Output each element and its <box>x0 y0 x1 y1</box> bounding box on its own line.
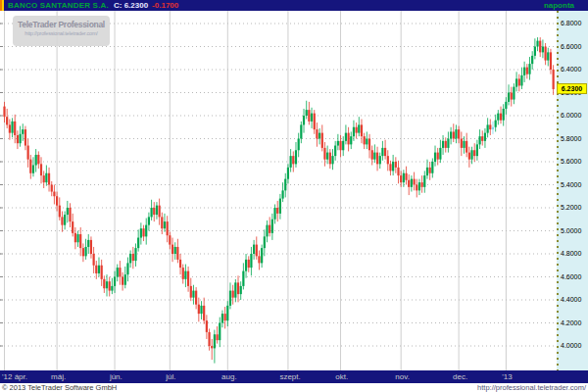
candle-body <box>159 206 161 218</box>
candle-body <box>240 286 242 294</box>
candle-body <box>437 153 439 160</box>
candle-body <box>478 136 480 144</box>
candle-body <box>273 208 275 220</box>
candle-body <box>311 114 313 122</box>
candle-body <box>550 52 552 70</box>
candle-body <box>515 78 517 86</box>
candle-body <box>511 93 513 100</box>
candle-body <box>206 320 208 332</box>
candle-body <box>161 217 163 228</box>
candle-body <box>61 217 63 224</box>
time-axis-label: dec. <box>453 372 467 381</box>
interval-label[interactable]: naponta <box>544 1 574 10</box>
candle-body <box>489 124 491 129</box>
candle-body <box>431 162 433 173</box>
candle-body <box>32 166 34 173</box>
footer-url[interactable]: http://professional.teletrader.com/ <box>477 383 586 392</box>
candle-body <box>298 139 300 151</box>
candle-body <box>505 102 507 109</box>
chart-plot-area[interactable]: TeleTrader Professional http://professio… <box>0 11 557 370</box>
candle-body <box>111 286 113 291</box>
candle-body <box>400 175 402 182</box>
candle-body <box>198 305 200 314</box>
candle-body <box>237 282 239 294</box>
candle-body <box>98 266 100 273</box>
candle-body <box>195 291 197 305</box>
time-axis[interactable]: '12 ápr.máj.jún.júl.aug.szept.okt.nov.de… <box>0 370 588 383</box>
candle-body <box>447 139 449 148</box>
candle-body <box>51 185 53 192</box>
candle-body <box>150 208 152 217</box>
candle-body <box>164 221 166 228</box>
candle-body <box>361 124 363 136</box>
candle-body <box>303 116 305 124</box>
candle-body <box>381 148 383 156</box>
candle-body <box>353 127 355 136</box>
candle-body <box>356 127 358 133</box>
candle-body <box>242 271 244 286</box>
candle-body <box>266 225 268 237</box>
candle-body <box>497 114 499 121</box>
candle-body <box>429 168 431 173</box>
candle-body <box>95 266 97 273</box>
candle-body <box>40 164 42 175</box>
candle-body <box>492 127 494 129</box>
candle-body <box>53 192 55 197</box>
candle-body <box>520 75 522 86</box>
candle-body <box>316 129 318 138</box>
candle-body <box>473 150 475 156</box>
candle-body <box>176 247 178 260</box>
candle-body <box>129 254 131 263</box>
candle-body <box>24 129 26 145</box>
candle-body <box>413 179 415 185</box>
candle-body <box>416 185 417 191</box>
candle-body <box>503 109 505 121</box>
candle-body <box>90 240 92 254</box>
candle-body <box>476 144 478 156</box>
candlestick-chart[interactable] <box>0 11 557 370</box>
candle-body <box>169 235 171 244</box>
candle-body <box>466 141 467 153</box>
title-bar: BANCO SANTANDER S.A. C: 6.2300 -0.1700 n… <box>0 0 588 11</box>
candle-body <box>148 217 150 224</box>
time-axis-label: okt. <box>335 372 348 381</box>
candle-body <box>179 260 181 268</box>
candle-body <box>226 306 228 320</box>
time-axis-label: szept. <box>279 372 300 381</box>
symbol-name: BANCO SANTANDER S.A. <box>8 1 109 10</box>
candle-body <box>395 162 397 168</box>
candle-body <box>276 208 278 214</box>
candle-body <box>403 173 405 182</box>
candle-body <box>481 136 483 141</box>
price-axis-label: 6.0000 <box>561 112 581 120</box>
candle-body <box>245 260 247 271</box>
candle-body <box>389 164 391 171</box>
candle-body <box>208 332 210 346</box>
candle-body <box>9 124 11 132</box>
candle-body <box>508 93 510 102</box>
footer-strip: © 2013 TeleTrader Software GmbH http://p… <box>0 383 588 392</box>
candle-body <box>84 247 86 256</box>
candle-body <box>329 153 331 165</box>
candle-body <box>528 64 530 74</box>
candle-body <box>326 153 328 160</box>
candle-body <box>124 274 126 285</box>
candle-body <box>539 41 541 53</box>
candle-body <box>76 234 78 242</box>
candle-body <box>219 323 220 341</box>
candle-body <box>45 173 47 182</box>
candle-body <box>544 47 546 61</box>
candle-body <box>224 314 226 320</box>
price-axis-label: 5.8000 <box>561 135 581 143</box>
price-axis[interactable]: 6.2300 6.80006.60006.40006.20006.00005.8… <box>557 11 588 370</box>
candle-body <box>43 175 45 182</box>
candle-body <box>64 215 66 225</box>
candle-body <box>421 182 423 187</box>
candle-body <box>531 56 533 64</box>
time-axis-label: jún. <box>110 372 122 381</box>
candle-body <box>132 254 134 261</box>
candle-body <box>271 220 273 233</box>
candle-body <box>253 245 255 254</box>
candle-body <box>192 291 194 298</box>
candle-body <box>373 153 375 160</box>
